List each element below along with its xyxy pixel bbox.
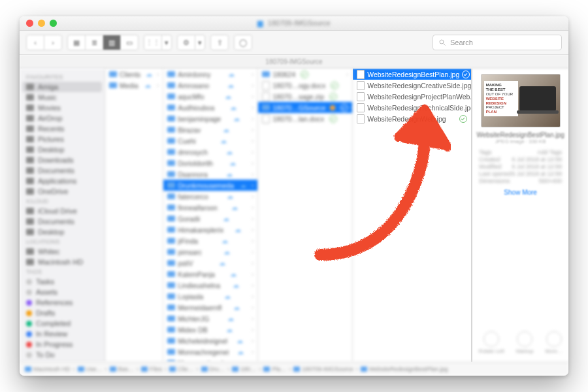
list-item[interactable]: MichterJG☁︎›	[163, 313, 257, 324]
sidebar-item[interactable]: In Review	[20, 329, 105, 339]
list-item[interactable]: 18070…lan.docx	[258, 113, 352, 124]
sidebar-item[interactable]: Applications	[20, 176, 105, 186]
path-segment[interactable]: Files	[141, 366, 162, 372]
sidebar-item[interactable]: Completed	[20, 318, 105, 329]
sidebar-item[interactable]: Documents	[20, 165, 105, 176]
path-segment[interactable]: 180709-IMGSource	[293, 366, 353, 372]
sidebar-item[interactable]: iCloud Drive	[20, 206, 105, 216]
sidebar-item[interactable]: Tasks	[20, 276, 105, 287]
column-view-button[interactable]: ▥	[103, 35, 121, 50]
path-segment[interactable]: Bas…	[110, 366, 135, 372]
sidebar-glyph-icon	[26, 94, 34, 101]
sidebar-item[interactable]: To Do	[20, 350, 105, 360]
path-segment[interactable]: Pla…	[263, 366, 286, 372]
laptop-icon	[519, 86, 556, 111]
list-item[interactable]: Media☁︎›	[105, 80, 163, 91]
list-item[interactable]: WebsiteRedesignBestPlan.jpg	[353, 69, 471, 80]
sidebar-item[interactable]: In Progress	[20, 339, 105, 350]
rotate-left-action[interactable]: Rotate Left	[479, 331, 504, 354]
list-item[interactable]: Dorioldorith☁︎›	[163, 157, 257, 169]
list-item[interactable]: Clients☁︎›	[105, 69, 163, 80]
list-item[interactable]: WebsiteRedesignCreativeSide.jpg	[353, 80, 471, 91]
list-item[interactable]: dmrosych☁︎›	[163, 146, 257, 157]
list-item[interactable]: WebsiteRedesignProjectPlanWeb.jpg	[353, 91, 471, 102]
list-item[interactable]: Himakareplerix☁︎›	[163, 224, 257, 235]
more-action[interactable]: More…	[545, 331, 562, 354]
sidebar-item-label: Assets	[36, 288, 57, 296]
list-item[interactable]: jiFinda☁︎›	[163, 235, 257, 246]
column-4[interactable]: WebsiteRedesignBestPlan.jpgWebsiteRedesi…	[353, 69, 472, 362]
markup-action[interactable]: Markup	[516, 331, 534, 354]
sidebar-item[interactable]: OneDrive	[20, 186, 105, 197]
path-segment[interactable]: 180…	[232, 366, 256, 372]
list-item[interactable]: finneaifaroon☁︎›	[163, 202, 257, 213]
sidebar-item[interactable]: Desktop	[20, 144, 105, 155]
sidebar-item[interactable]: Pictures	[20, 134, 105, 144]
gallery-view-button[interactable]: ▭	[121, 35, 138, 50]
sidebar-item[interactable]: Documents	[20, 216, 105, 227]
list-item[interactable]: benjaminpage☁︎›	[163, 113, 257, 124]
sidebar-item[interactable]: Amiga	[22, 82, 102, 92]
list-item[interactable]: 18070…sage.zip	[258, 91, 352, 102]
back-button[interactable]: ‹	[27, 35, 44, 50]
list-item[interactable]: 180624›	[258, 69, 352, 80]
list-item[interactable]: 18070…GSource›	[258, 102, 352, 113]
column-2[interactable]: Amirdonny☁︎›Amrosano☁︎›aqucMfo☁︎›Audhiou…	[163, 69, 258, 362]
list-item[interactable]: Birazav☁︎›	[163, 124, 257, 135]
sidebar-item[interactable]: Recents	[20, 123, 105, 134]
path-segment[interactable]: Clie…	[169, 366, 194, 372]
list-view-button[interactable]: ≣	[86, 35, 103, 50]
path-segment[interactable]: Use…	[78, 366, 103, 372]
column-3[interactable]: 180624›18070…ogy.docx18070…sage.zip18070…	[258, 69, 353, 362]
sidebar-item[interactable]: Music	[20, 92, 105, 103]
sidebar-item[interactable]: AirDrop	[20, 113, 105, 123]
forward-button[interactable]: ›	[44, 35, 61, 50]
sidebar-item[interactable]: Assets	[20, 287, 105, 297]
sidebar-item[interactable]: References	[20, 297, 105, 308]
sidebar-item[interactable]: Whitec	[20, 246, 105, 257]
list-item[interactable]: Lindieushelna☁︎›	[163, 280, 257, 291]
list-item[interactable]: Micheleidreignel☁︎›	[163, 335, 257, 346]
list-item[interactable]: fatercerco☁︎›	[163, 191, 257, 202]
list-item[interactable]: pstiV☁︎›	[163, 257, 257, 269]
preview-thumbnail[interactable]: MAKING THE BEST OUT OF YOUR WEBSITE REDE…	[481, 74, 561, 127]
arrange-button[interactable]: ⋮⋮▾	[144, 35, 172, 50]
column-1[interactable]: Clients☁︎›Media☁︎›	[105, 69, 163, 362]
list-item[interactable]: Audhiouboa☁︎›	[163, 102, 257, 113]
list-item[interactable]: Mermeidaernfl☁︎›	[163, 302, 257, 313]
icon-view-button[interactable]: ▦	[68, 35, 86, 50]
path-bar[interactable]: Macintosh HD›Use…›Bas…›Files›Clie…›Dru…›…	[20, 362, 568, 376]
list-item[interactable]: Amirdonny☁︎›	[163, 69, 257, 80]
chevron-right-icon: ›	[259, 366, 261, 372]
list-item[interactable]: Goradii☁︎›	[163, 213, 257, 224]
list-item[interactable]: Amrosano☁︎›	[163, 80, 257, 91]
list-item[interactable]: KalemPanja☁︎›	[163, 269, 257, 280]
list-item[interactable]: WebsiteRedesignWeb.jpg	[353, 113, 471, 124]
list-item[interactable]: Momesaphend☁︎›	[163, 357, 257, 362]
list-item[interactable]: pimsarc☁︎›	[163, 246, 257, 257]
folder-icon	[167, 82, 175, 88]
list-item[interactable]: 18070…ogy.docx	[258, 80, 352, 91]
list-item[interactable]: WebsiteRedesignTechnicalSide.jpg	[353, 102, 471, 113]
list-item[interactable]: Cuehi☁︎›	[163, 135, 257, 146]
sidebar-item[interactable]: Downloads	[20, 155, 105, 165]
tags-button[interactable]: ◯	[234, 35, 252, 50]
list-item[interactable]: Dsannora☁︎›	[163, 169, 257, 180]
sidebar-item[interactable]: Movies	[20, 103, 105, 113]
list-item[interactable]: aqucMfo☁︎›	[163, 91, 257, 102]
list-item[interactable]: Drunkmousemeda☁︎›	[163, 180, 257, 191]
show-more-link[interactable]: Show More	[504, 189, 537, 196]
path-segment[interactable]: Dru…	[201, 366, 225, 372]
list-item[interactable]: Lopiasla☁︎›	[163, 291, 257, 302]
sidebar-item[interactable]: Desktop	[20, 227, 105, 237]
list-item[interactable]: Monnachregenei☁︎›	[163, 346, 257, 357]
tag-dot-icon	[26, 352, 32, 358]
share-button[interactable]: ⇪	[210, 35, 229, 50]
sidebar-item[interactable]: Drafts	[20, 308, 105, 318]
search-field[interactable]: Search	[433, 35, 562, 50]
action-button[interactable]: ⚙▾	[177, 35, 205, 50]
sidebar-item[interactable]: Macintosh HD	[20, 257, 105, 267]
list-item[interactable]: Midex DB☁︎›	[163, 324, 257, 335]
path-segment[interactable]: WebsiteRedesignBestPlan.jpg	[361, 366, 448, 372]
path-segment[interactable]: Macintosh HD	[25, 366, 71, 372]
